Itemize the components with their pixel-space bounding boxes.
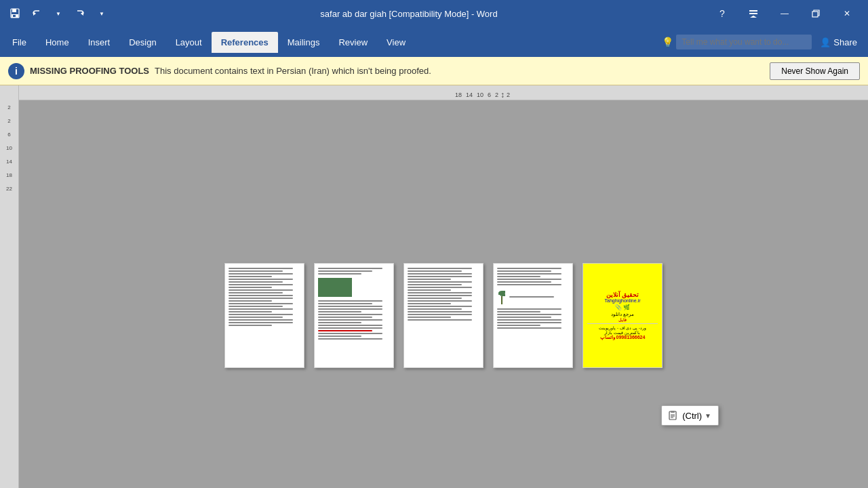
horizontal-ruler-row: 18 14 10 6 2 ↕ 2 bbox=[0, 85, 868, 100]
tab-references[interactable]: References bbox=[212, 32, 278, 53]
text-line bbox=[318, 322, 361, 323]
text-line bbox=[318, 338, 382, 340]
ad-phone: 09981366624 واتساپ bbox=[587, 335, 658, 340]
tab-review[interactable]: Review bbox=[329, 32, 377, 53]
text-line bbox=[229, 276, 272, 277]
text-line bbox=[229, 317, 283, 318]
ad-site: Tahghighonline.ir bbox=[587, 298, 658, 303]
text-line bbox=[497, 284, 561, 285]
text-line bbox=[318, 327, 382, 329]
text-line bbox=[318, 311, 361, 312]
page-1-thumb[interactable] bbox=[224, 263, 304, 368]
text-line bbox=[408, 319, 472, 321]
share-button[interactable]: 👤 Share bbox=[812, 33, 865, 52]
tab-layout[interactable]: Layout bbox=[166, 32, 212, 53]
text-line bbox=[229, 322, 293, 323]
ruler-corner bbox=[0, 85, 19, 100]
ribbon-search-input[interactable] bbox=[676, 35, 812, 49]
save-icon[interactable] bbox=[5, 4, 24, 23]
text-line bbox=[229, 292, 283, 293]
undo-dropdown-icon[interactable]: ▼ bbox=[49, 4, 68, 23]
ruler-18: 18 bbox=[453, 92, 464, 100]
text-line bbox=[229, 314, 293, 315]
ad-line3: ورد- پی دی اف - پاورپوینت bbox=[587, 323, 658, 330]
text-line bbox=[408, 317, 451, 318]
text-line bbox=[229, 270, 283, 272]
vruler-6: 6 bbox=[7, 127, 10, 141]
tab-home[interactable]: Home bbox=[36, 32, 79, 53]
vruler-10: 10 bbox=[6, 141, 12, 155]
restore-button[interactable] bbox=[800, 3, 831, 24]
vruler-22: 22 bbox=[6, 182, 12, 195]
text-line bbox=[408, 314, 472, 315]
ad-line2: فایل bbox=[587, 317, 658, 322]
text-line bbox=[229, 303, 293, 304]
ruler-2: 2 bbox=[493, 92, 500, 100]
title-bar-left-controls: ▼ ▼ bbox=[5, 4, 111, 23]
plant-icon bbox=[497, 289, 507, 304]
person-icon: 👤 bbox=[820, 37, 831, 47]
text-line bbox=[408, 279, 451, 280]
text-line bbox=[408, 281, 472, 283]
vruler-14: 14 bbox=[6, 155, 12, 168]
svg-rect-9 bbox=[812, 12, 818, 17]
lightbulb-icon: 💡 bbox=[662, 37, 673, 47]
text-line bbox=[318, 317, 372, 318]
main-area: 2 2 6 10 14 18 22 bbox=[0, 100, 868, 488]
window-title: safar ab dar giah [Compatibility Mode] -… bbox=[111, 9, 707, 19]
tab-view[interactable]: View bbox=[377, 32, 415, 53]
share-label: Share bbox=[833, 37, 857, 47]
vruler-2b: 2 bbox=[7, 114, 10, 127]
text-line bbox=[408, 311, 472, 312]
text-line bbox=[318, 336, 361, 337]
text-line bbox=[229, 319, 293, 321]
vruler-2a: 2 bbox=[7, 100, 10, 114]
clipboard-icon bbox=[666, 409, 679, 422]
redo-icon[interactable] bbox=[71, 4, 90, 23]
notification-title: MISSING PROOFING TOOLS bbox=[30, 66, 149, 76]
text-line bbox=[229, 284, 293, 285]
page-5-thumb[interactable]: تحقیق آنلاین Tahghighonline.ir 🌿 📎 مرجع … bbox=[583, 263, 663, 368]
never-show-again-button[interactable]: Never Show Again bbox=[770, 62, 860, 80]
page-4-thumb[interactable] bbox=[493, 263, 573, 368]
page-3-thumb[interactable] bbox=[403, 263, 484, 368]
text-line bbox=[408, 308, 462, 310]
tab-file[interactable]: File bbox=[3, 32, 36, 53]
minimize-button[interactable]: — bbox=[769, 3, 800, 24]
text-line bbox=[497, 319, 561, 321]
help-button[interactable]: ? bbox=[707, 3, 738, 24]
text-line bbox=[497, 322, 561, 323]
tab-design[interactable]: Design bbox=[119, 32, 165, 53]
page-2-thumb[interactable] bbox=[314, 263, 394, 368]
text-line bbox=[229, 287, 272, 288]
text-line bbox=[408, 284, 462, 285]
ribbon-display-button[interactable] bbox=[738, 3, 769, 24]
text-line bbox=[497, 273, 561, 274]
text-line bbox=[318, 300, 382, 302]
text-line bbox=[229, 268, 293, 269]
svg-marker-4 bbox=[33, 12, 36, 16]
undo-icon[interactable] bbox=[27, 4, 46, 23]
ad-phone-number: 09981366624 bbox=[616, 335, 646, 340]
ruler-10: 10 bbox=[475, 92, 486, 100]
text-line bbox=[408, 289, 451, 291]
ad-title: تحقیق آنلاین bbox=[587, 291, 658, 298]
ribbon-search-area: 💡 bbox=[662, 35, 812, 49]
close-button[interactable]: ✕ bbox=[831, 3, 863, 24]
ad-line4: با کمترین قیمت بازار bbox=[587, 330, 658, 335]
text-line bbox=[318, 268, 382, 269]
tab-mailings[interactable]: Mailings bbox=[278, 32, 330, 53]
customize-qat-icon[interactable]: ▼ bbox=[92, 4, 111, 23]
tab-insert[interactable]: Insert bbox=[79, 32, 120, 53]
text-line bbox=[497, 276, 540, 277]
pages-container: تحقیق آنلاین Tahghighonline.ir 🌿 📎 مرجع … bbox=[204, 236, 683, 395]
ad-suffix: واتساپ bbox=[600, 335, 615, 340]
ctrl-popup[interactable]: (Ctrl) ▼ bbox=[661, 405, 719, 426]
vertical-ruler: 2 2 6 10 14 18 22 bbox=[0, 100, 19, 488]
text-line bbox=[318, 319, 382, 321]
page-2-image bbox=[318, 278, 352, 297]
page-1-content bbox=[225, 264, 304, 330]
text-line bbox=[497, 327, 561, 329]
page-4-plant-row bbox=[497, 289, 569, 304]
text-line bbox=[318, 306, 382, 307]
